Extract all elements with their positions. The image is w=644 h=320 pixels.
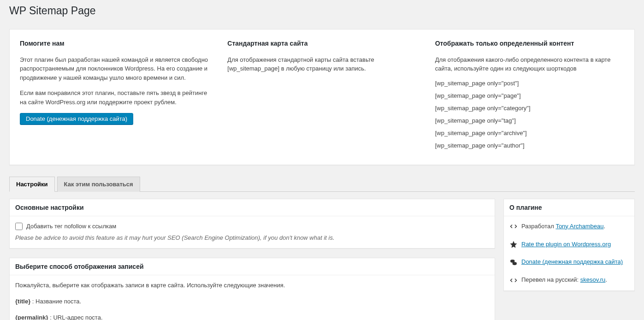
sidebar: О плагине Разработал Tony Archambeau. Ra…	[503, 199, 635, 300]
shortcode-author: [wp_sitemap_page only="author"]	[435, 142, 624, 149]
nofollow-label: Добавить тег nofollow к ссылкам	[26, 222, 116, 231]
translator-link[interactable]: skesov.ru	[580, 276, 606, 283]
display-method-heading: Выберите способ отображения записей	[10, 258, 495, 275]
donate-button[interactable]: Donate (денежная поддержка сайта)	[20, 113, 133, 124]
developer-prefix: Разработал	[521, 223, 555, 230]
nav-tabs: Настройки Как этим пользоваться	[9, 177, 635, 192]
specific-content-text: Для отображения какого-либо определенног…	[435, 55, 624, 73]
specific-content-heading: Отображать только определенный контент	[435, 40, 624, 47]
help-us-heading: Помогите нам	[20, 40, 209, 47]
display-method-panel: Выберите способ отображения записей Пожа…	[9, 258, 495, 320]
shortcode-page: [wp_sitemap_page only="page"]	[435, 92, 624, 99]
developer-link[interactable]: Tony Archambeau	[555, 223, 603, 230]
rate-row: Rate the plugin on Wordpress.org	[509, 240, 629, 249]
standard-sitemap-text: Для отображения стандартной карты сайта …	[227, 55, 416, 73]
coins-icon	[509, 258, 518, 267]
general-settings-panel: Основные настройки Добавить тег nofollow…	[9, 199, 495, 249]
translator-prefix: Перевел на русский:	[521, 276, 580, 283]
main-left-column: Основные настройки Добавить тег nofollow…	[9, 199, 495, 320]
specific-content-column: Отображать только определенный контент Д…	[435, 40, 624, 154]
help-us-text-1: Этот плагин был разработан нашей командо…	[20, 55, 209, 83]
donate-row: Donate (денежная поддержка сайта)	[509, 257, 629, 267]
token-permalink: {permalink} : URL-адрес поста.	[15, 313, 489, 320]
code-icon	[509, 222, 518, 231]
help-us-text-2: Если вам понравился этот плагин, поставь…	[20, 89, 209, 107]
translator-row: Перевел на русский: skesov.ru.	[509, 275, 629, 285]
tab-howto[interactable]: Как этим пользоваться	[57, 177, 140, 192]
nofollow-description: Please be advice to avoid this feature a…	[15, 233, 489, 243]
about-plugin-panel: О плагине Разработал Tony Archambeau. Ra…	[503, 199, 635, 291]
help-us-column: Помогите нам Этот плагин был разработан …	[20, 40, 209, 154]
general-settings-heading: Основные настройки	[10, 199, 495, 216]
main-area: Основные настройки Добавить тег nofollow…	[9, 199, 635, 320]
shortcode-category: [wp_sitemap_page only="category"]	[435, 105, 624, 112]
standard-sitemap-column: Стандартная карта сайта Для отображения …	[227, 40, 416, 154]
shortcode-tag: [wp_sitemap_page only="tag"]	[435, 117, 624, 124]
display-method-intro: Пожалуйста, выберите как отображать запи…	[15, 281, 489, 290]
developer-row: Разработал Tony Archambeau.	[509, 222, 629, 231]
nofollow-checkbox[interactable]	[15, 223, 23, 230]
code-icon	[509, 276, 518, 284]
star-icon	[509, 240, 518, 249]
donate-link[interactable]: Donate (денежная поддержка сайта)	[521, 257, 623, 267]
info-box: Помогите нам Этот плагин был разработан …	[9, 29, 635, 165]
page-title: WP Sitemap Page	[9, 0, 635, 20]
shortcode-post: [wp_sitemap_page only="post"]	[435, 80, 624, 87]
token-title: {title} : Название поста.	[15, 297, 489, 307]
standard-sitemap-heading: Стандартная карта сайта	[227, 40, 416, 47]
rate-link[interactable]: Rate the plugin on Wordpress.org	[521, 240, 611, 249]
tab-settings[interactable]: Настройки	[9, 177, 55, 192]
about-plugin-heading: О плагине	[504, 199, 634, 216]
shortcode-archive: [wp_sitemap_page only="archive"]	[435, 130, 624, 136]
